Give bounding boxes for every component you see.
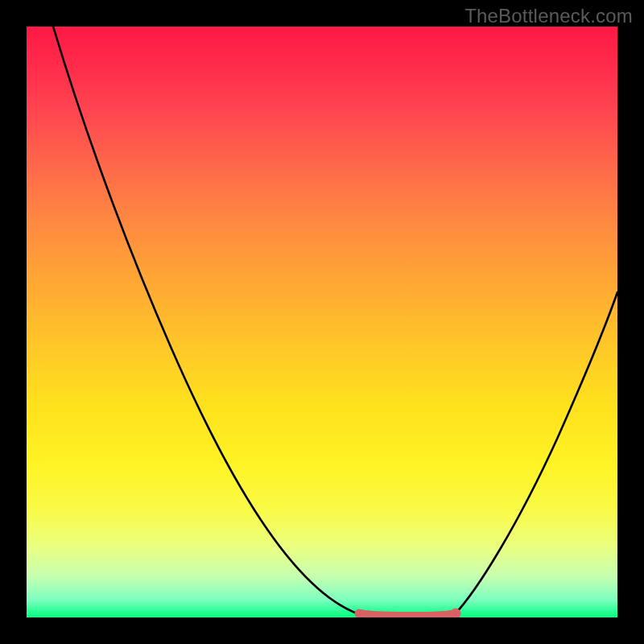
chart-plot-area [27, 27, 617, 617]
watermark-text: TheBottleneck.com [464, 5, 633, 27]
gradient-background [27, 27, 617, 617]
